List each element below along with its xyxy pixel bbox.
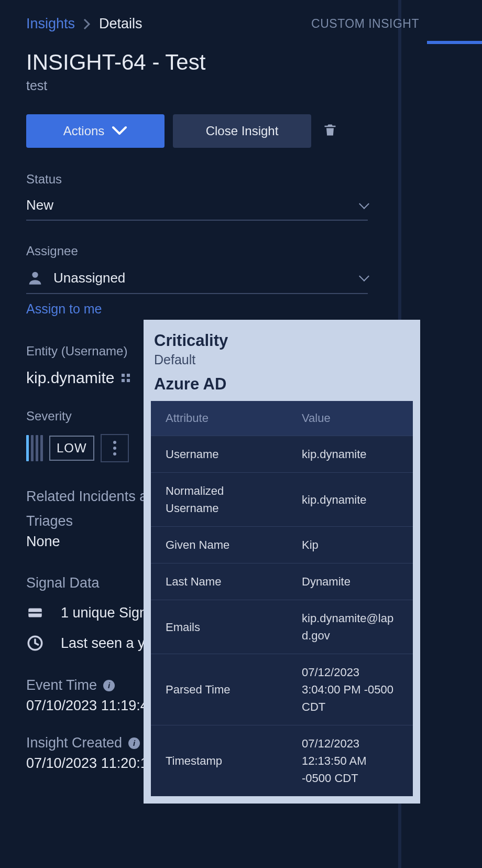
user-icon: [26, 269, 44, 287]
val-cell: kip.dynamite@lapd.gov: [287, 600, 413, 654]
close-insight-button[interactable]: Close Insight: [173, 114, 311, 148]
actions-button[interactable]: Actions: [26, 114, 165, 148]
val-cell: 07/12/2023 12:13:50 AM -0500 CDT: [287, 725, 413, 797]
criticality-value: Default: [151, 352, 413, 367]
assign-to-me-link[interactable]: Assign to me: [26, 301, 372, 317]
attr-cell: Username: [151, 436, 287, 473]
status-select[interactable]: New: [26, 197, 368, 221]
clock-icon: [26, 634, 44, 652]
chevron-right-icon: [83, 18, 91, 30]
table-row: Emailskip.dynamite@lapd.gov: [151, 600, 413, 654]
criticality-heading: Criticality: [151, 331, 413, 350]
table-row: Usernamekip.dynamite: [151, 436, 413, 473]
table-row: Normalized Usernamekip.dynamite: [151, 473, 413, 527]
assignee-select[interactable]: Unassigned: [26, 269, 368, 294]
val-cell: kip.dynamite: [287, 436, 413, 473]
severity-more-button[interactable]: [101, 434, 129, 462]
azure-ad-table: Attribute Value Usernamekip.dynamite Nor…: [151, 401, 413, 796]
info-icon[interactable]: i: [128, 737, 140, 749]
assignee-label: Assignee: [26, 244, 372, 258]
close-insight-label: Close Insight: [206, 124, 279, 138]
drag-handle-icon[interactable]: [122, 374, 130, 382]
attr-cell: Emails: [151, 600, 287, 654]
breadcrumb-current: Details: [99, 16, 143, 32]
assignee-value: Unassigned: [53, 270, 125, 286]
signal-icon: [26, 604, 44, 622]
event-time-label: Event Time: [26, 677, 97, 693]
severity-badge: LOW: [49, 436, 94, 461]
status-label: Status: [26, 172, 372, 187]
val-cell: Dynamite: [287, 563, 413, 600]
svg-rect-2: [28, 612, 42, 614]
page-subtitle: test: [26, 78, 372, 93]
table-row: Given NameKip: [151, 527, 413, 563]
severity-bars-icon: [26, 435, 43, 461]
table-header-attribute: Attribute: [151, 401, 287, 436]
attr-cell: Given Name: [151, 527, 287, 563]
table-row: Parsed Time07/12/2023 3:04:00 PM -0500 C…: [151, 654, 413, 725]
breadcrumb-link-insights[interactable]: Insights: [26, 16, 75, 32]
chevron-down-icon: [112, 124, 127, 138]
status-value: New: [26, 197, 53, 213]
val-cell: Kip: [287, 527, 413, 563]
val-cell: kip.dynamite: [287, 473, 413, 527]
kebab-icon: [113, 441, 116, 455]
azure-ad-heading: Azure AD: [151, 375, 413, 394]
chevron-down-icon: [359, 199, 369, 209]
table-row: Last NameDynamite: [151, 563, 413, 600]
chevron-down-icon: [359, 271, 369, 281]
info-icon[interactable]: i: [103, 680, 115, 691]
actions-button-label: Actions: [63, 124, 105, 138]
entity-value: kip.dynamite: [26, 369, 114, 387]
attr-cell: Timestamp: [151, 725, 287, 797]
svg-point-0: [32, 272, 38, 278]
trash-icon[interactable]: [323, 122, 336, 140]
val-cell: 07/12/2023 3:04:00 PM -0500 CDT: [287, 654, 413, 725]
tab-indicator: [427, 41, 482, 44]
table-row: Timestamp07/12/2023 12:13:50 AM -0500 CD…: [151, 725, 413, 797]
attr-cell: Normalized Username: [151, 473, 287, 527]
attr-cell: Last Name: [151, 563, 287, 600]
insight-created-label: Insight Created: [26, 735, 122, 751]
entity-details-popover: Criticality Default Azure AD Attribute V…: [144, 320, 420, 804]
attr-cell: Parsed Time: [151, 654, 287, 725]
page-title: INSIGHT-64 - Test: [26, 50, 372, 75]
breadcrumb: Insights Details: [26, 16, 372, 32]
table-header-value: Value: [287, 401, 413, 436]
